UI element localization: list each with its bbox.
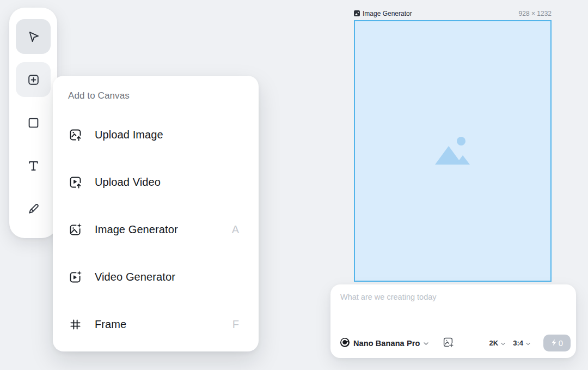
menu-item-label: Upload Image <box>95 129 163 141</box>
image-placeholder-icon <box>432 133 474 169</box>
add-to-canvas-menu: Add to Canvas Upload Image <box>53 76 259 351</box>
video-generator-icon <box>68 270 83 284</box>
menu-item-label: Frame <box>95 318 126 331</box>
tool-text[interactable] <box>16 149 51 184</box>
prompt-controls: Nano Banana Pro 2K <box>340 335 571 351</box>
menu-item-label: Upload Video <box>95 176 161 189</box>
prompt-bar: Nano Banana Pro 2K <box>330 284 576 358</box>
menu-item-label: Image Generator <box>95 223 178 236</box>
tool-draw[interactable] <box>16 192 51 227</box>
aspect-ratio-selector[interactable]: 3:4 <box>513 338 530 348</box>
menu-item-label: Video Generator <box>95 271 175 283</box>
menu-item-frame[interactable]: Frame F <box>68 311 243 337</box>
toolbar <box>9 8 57 238</box>
model-name: Nano Banana Pro <box>353 339 420 348</box>
add-image-button[interactable] <box>442 336 455 350</box>
pencil-icon <box>26 202 41 216</box>
tool-add-to-canvas[interactable] <box>16 62 51 97</box>
resolution-selector[interactable]: 2K <box>489 338 506 348</box>
menu-item-shortcut: F <box>232 318 243 331</box>
menu-title: Add to Canvas <box>68 90 243 101</box>
add-image-icon <box>443 337 454 349</box>
tool-select[interactable] <box>16 19 51 54</box>
frame-type-icon <box>354 9 360 19</box>
image-generator-icon <box>68 222 83 237</box>
chevron-down-icon <box>501 339 505 347</box>
frame-title[interactable]: Image Generator <box>363 10 412 17</box>
rectangle-icon <box>26 116 41 130</box>
menu-item-shortcut: A <box>232 223 243 236</box>
menu-item-image-generator[interactable]: Image Generator A <box>68 216 243 242</box>
generate-button[interactable]: 0 <box>543 335 571 351</box>
chevron-down-icon <box>526 339 530 347</box>
upload-video-icon <box>68 175 83 190</box>
menu-item-upload-video[interactable]: Upload Video <box>68 169 243 195</box>
cursor-icon <box>26 29 41 44</box>
prompt-input[interactable] <box>340 293 566 324</box>
frame-header[interactable]: Image Generator 928 × 1232 <box>354 9 552 19</box>
chevron-down-icon <box>424 339 428 347</box>
aspect-ratio-value: 3:4 <box>513 339 523 347</box>
menu-list: Upload Image Upload Video <box>68 122 243 337</box>
image-generator-frame[interactable] <box>354 20 552 282</box>
model-logo-icon <box>340 338 350 349</box>
upload-image-icon <box>68 128 83 142</box>
model-selector[interactable]: Nano Banana Pro <box>340 337 428 350</box>
frame-icon <box>68 317 83 332</box>
tool-shape[interactable] <box>16 105 51 140</box>
text-icon <box>26 159 41 173</box>
menu-item-video-generator[interactable]: Video Generator <box>68 264 243 290</box>
resolution-value: 2K <box>489 339 499 347</box>
bolt-icon <box>551 338 557 348</box>
plus-square-icon <box>26 72 41 87</box>
frame-dimensions: 928 × 1232 <box>519 10 552 17</box>
menu-item-upload-image[interactable]: Upload Image <box>68 122 243 148</box>
credit-count: 0 <box>559 338 563 348</box>
